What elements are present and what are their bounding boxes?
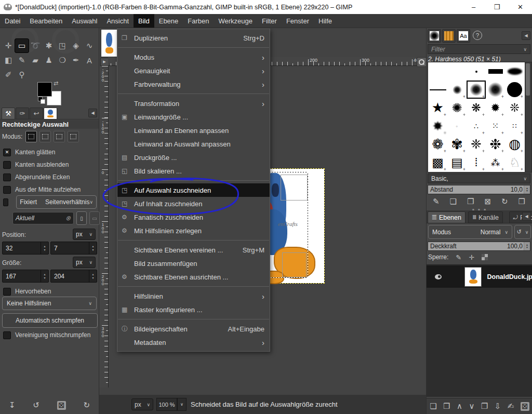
tab-image-thumbnail[interactable] (44, 108, 57, 119)
eraser-tool[interactable]: ▰ (29, 54, 42, 67)
tab-device-status[interactable]: ✑ (16, 108, 29, 119)
brush-item-23[interactable]: ❉ (486, 135, 505, 153)
color-picker-tool[interactable]: ✐ (2, 68, 15, 82)
brush-item-5[interactable] (428, 81, 447, 99)
smudge-tool[interactable]: ❍ (56, 54, 69, 67)
brush-item-7[interactable] (467, 81, 486, 99)
reset-tool-options-button[interactable]: ↻ (84, 400, 90, 410)
tab-patterns[interactable] (442, 29, 456, 43)
raise-layer-button[interactable]: ∧ (457, 402, 462, 411)
menubar-item-filter[interactable]: Filter (257, 14, 282, 28)
brush-item-11[interactable]: ✺ (447, 99, 467, 117)
brush-scrollbar-thumb[interactable] (526, 63, 530, 96)
collapse-toolbox-button[interactable]: ◀ (88, 109, 97, 117)
position-x-field[interactable]: 32▴▾ (2, 242, 49, 255)
delete-brush-button[interactable]: ⊠ (484, 197, 491, 206)
lock-pixels-icon[interactable]: ✎ (456, 253, 461, 261)
menubar-item-datei[interactable]: Datei (0, 14, 25, 28)
menu-item-bildeigenschaften[interactable]: ⓘBildeigenschaftenAlt+Eingabe (117, 322, 270, 336)
zoom-tool[interactable]: ⚲ (15, 68, 29, 82)
brush-item-24[interactable]: ◍ (505, 135, 524, 153)
brush-filter-input[interactable]: Filter ∨ (428, 44, 530, 54)
menubar-item-ansicht[interactable]: Ansicht (102, 14, 134, 28)
brush-item-9[interactable] (505, 81, 524, 99)
brush-item-14[interactable]: ❊ (505, 99, 524, 117)
menu-item-druckgröße[interactable]: ▤Druckgröße ... (117, 151, 270, 164)
paintbrush-tool[interactable]: ✎ (15, 54, 29, 67)
spinner-arrows-icon[interactable]: ▲▼ (524, 242, 530, 250)
menubar-item-fenster[interactable]: Fenster (282, 14, 314, 28)
tab-tool-options[interactable]: ⚒ (2, 108, 15, 119)
brush-item-15[interactable]: ✸ (428, 117, 447, 135)
fixed-ratio-dropdown[interactable]: Fixiert Seitenverhältnis ∨ (16, 195, 97, 209)
menu-item-auf-auswahl-zuschneiden[interactable]: ◳Auf Auswahl zuschneiden (117, 183, 270, 197)
canvas-menu-button[interactable]: ▶ (100, 58, 109, 66)
spinner-arrows-icon[interactable]: ▴▾ (41, 270, 48, 282)
selection-mode-intersect[interactable] (68, 131, 79, 142)
delete-layer-button[interactable]: ⊠ (521, 402, 529, 411)
brush-item-16[interactable]: ◦ (447, 117, 467, 135)
menu-item-bild-zusammenfügen[interactable]: Bild zusammenfügen (117, 257, 270, 270)
edit-layer-button[interactable]: ✍ (508, 402, 514, 411)
menu-item-sichtbare-ebenen-ausrichten[interactable]: ⚙Sichtbare Ebenen ausrichten ... (117, 270, 270, 284)
duplicate-layer-button[interactable]: ❐ (481, 402, 488, 411)
spinner-arrows-icon[interactable]: ▲▼ (524, 185, 530, 194)
tab-ebenen[interactable]: ☰Ebenen (428, 211, 466, 223)
clone-tool[interactable]: ♟ (42, 54, 56, 67)
default-colors-icon[interactable] (38, 97, 45, 103)
landscape-orientation-button[interactable]: ▭ (89, 211, 100, 225)
tab-brushes[interactable] (428, 29, 441, 43)
restore-tool-preset-button[interactable]: ↺ (33, 400, 39, 410)
fuzzy-select-tool[interactable]: ✱ (42, 39, 56, 52)
portrait-orientation-button[interactable]: ▯ (76, 211, 87, 225)
spinner-arrows-icon[interactable]: ▴▾ (89, 242, 97, 254)
menubar-item-auswahl[interactable]: Auswahl (67, 14, 102, 28)
lock-position-icon[interactable]: ✛ (469, 253, 474, 261)
menubar-item-hilfe[interactable]: Hilfe (314, 14, 337, 28)
spacing-slider[interactable]: Abstand 10,0 ▲▼ (428, 185, 530, 194)
duplicate-brush-button[interactable]: ❐ (467, 197, 474, 206)
refresh-brushes-button[interactable]: ↻ (501, 197, 508, 206)
aspect-ratio-input[interactable]: Aktuell ⊗ (12, 212, 74, 224)
checkbox-kanten-glätten[interactable]: ✕ (3, 149, 11, 156)
delete-tool-preset-button[interactable]: ⊠ (57, 401, 66, 410)
menu-item-metadaten[interactable]: Metadaten› (117, 336, 270, 349)
brush-item-20[interactable]: ❁ (428, 135, 447, 153)
layer-mode-reset-button[interactable]: ↺∨ (514, 225, 531, 239)
move-tool[interactable]: ✛ (2, 39, 15, 52)
autoshrink-button[interactable]: Automatisch schrumpfen (2, 313, 98, 328)
menu-item-hilfslinien[interactable]: Hilfslinien› (117, 289, 270, 303)
brush-item-10[interactable]: ★ (428, 99, 447, 117)
brush-item-8[interactable] (486, 81, 505, 99)
new-layer-group-button[interactable]: ❒ (443, 402, 450, 411)
ink-tool[interactable]: ✒ (69, 54, 83, 67)
clear-input-icon[interactable]: ⊗ (65, 215, 71, 222)
checkbox-kanten-ausblenden[interactable] (3, 161, 11, 169)
collapse-layers-dock-button[interactable]: ◀ (522, 212, 531, 221)
size-unit-dropdown[interactable]: px∨ (73, 257, 96, 268)
warp-transform-tool[interactable]: ∿ (83, 39, 96, 52)
brush-item-27[interactable]: ⁞ (467, 153, 486, 171)
menu-item-leinwand-an-auswahl-anpassen[interactable]: Leinwand an Auswahl anpassen (117, 137, 270, 151)
unit-dropdown[interactable]: px∨ (131, 398, 153, 410)
menubar-item-werkzeuge[interactable]: Werkzeuge (214, 14, 258, 28)
foreground-color-swatch[interactable] (37, 82, 52, 97)
menu-item-leinwand-an-ebenen-anpassen[interactable]: Leinwand an Ebenen anpassen (117, 124, 270, 137)
brush-item-3[interactable] (486, 62, 505, 81)
brush-item-29[interactable]: ♘ (505, 153, 524, 171)
selection-handle-bottom-right[interactable] (282, 252, 307, 277)
spinner-arrows-icon[interactable]: ▴▾ (89, 270, 97, 282)
brush-item-13[interactable]: ✹ (486, 99, 505, 117)
brush-item-4[interactable] (505, 62, 524, 81)
lower-layer-button[interactable]: ∨ (469, 402, 474, 411)
menu-item-leinwandgröße[interactable]: ▣Leinwandgröße ... (117, 110, 270, 124)
brush-group-dropdown[interactable]: Basic, ∨ (428, 173, 530, 183)
selection-mode-subtract[interactable] (54, 131, 65, 142)
selection-mode-replace[interactable] (25, 131, 37, 142)
checkbox-aus-der-mitte-aufziehen[interactable] (3, 186, 11, 194)
minimize-button[interactable]: – (462, 0, 485, 14)
menu-item-farbverwaltung[interactable]: Farbverwaltung› (117, 77, 270, 91)
brush-item-26[interactable]: ▤ (447, 153, 467, 171)
brush-item-28[interactable]: ⁂ (486, 153, 505, 171)
zoom-follow-window-button[interactable] (417, 57, 427, 67)
